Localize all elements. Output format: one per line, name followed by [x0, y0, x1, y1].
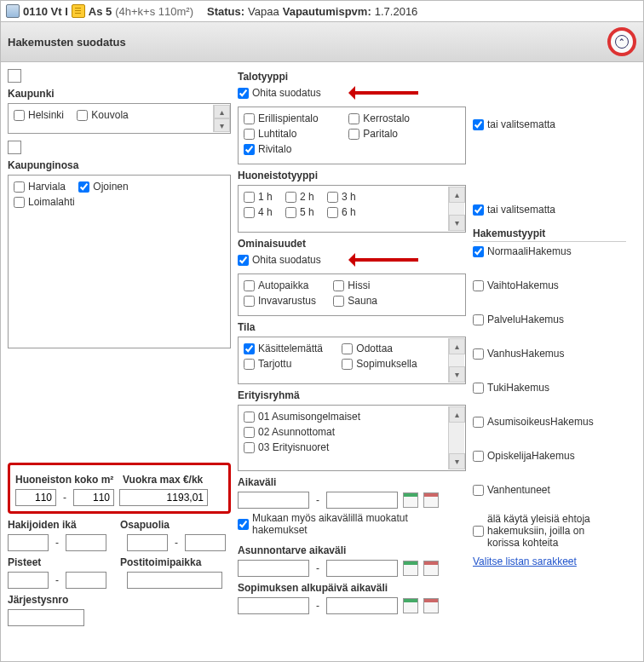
chevron-down-icon[interactable]: ▾ — [449, 453, 465, 469]
sopimus-to-input[interactable] — [326, 597, 398, 614]
calendar-icon[interactable] — [403, 492, 418, 508]
hake-item: TukiHakemus — [473, 382, 616, 394]
chevron-up-icon[interactable]: ▴ — [449, 338, 465, 354]
list-item: Sauna — [333, 295, 377, 307]
list-item: Paritalo — [348, 128, 398, 140]
sopimus-from-input[interactable] — [238, 597, 309, 614]
hake-item: AsumisoikeusHakemus — [473, 416, 616, 428]
printer-icon — [6, 4, 20, 18]
tai-valitsematta-2[interactable]: tai valitsematta — [473, 204, 616, 216]
hakemustyypit-label: Hakemustyypit — [473, 227, 626, 242]
chevron-down-icon[interactable]: ▾ — [214, 118, 230, 132]
size-to-input[interactable] — [73, 489, 114, 506]
asunnontarve-label: Asunnontarve aikaväli — [238, 544, 466, 556]
window-titlebar: 0110 Vt I As 5 (4h+k+s 110m²) Status: Va… — [0, 0, 644, 22]
list-item: 4 h — [244, 206, 273, 218]
kaupunki-item: Kouvola — [77, 109, 128, 121]
points-label: Pisteet — [8, 556, 115, 568]
kaupunki-master-checkbox[interactable] — [8, 69, 21, 83]
column-left: Kaupunki Helsinki Kouvola ▴▾ Kaupunginos… — [8, 69, 231, 626]
erityisryhma-listbox[interactable]: 01 Asumisongelmaiset 02 Asunnottomat 03 … — [238, 405, 466, 471]
scrollbar[interactable]: ▴▾ — [448, 338, 464, 383]
rent-input[interactable] — [119, 489, 208, 506]
list-item: Sopimuksella — [342, 358, 417, 370]
aikavali-to-input[interactable] — [326, 492, 398, 509]
calendar-icon[interactable] — [423, 598, 439, 613]
list-item: 1 h — [244, 191, 273, 203]
order-input[interactable] — [8, 609, 84, 626]
list-item: Invavarustus — [244, 295, 320, 307]
scrollbar[interactable]: ▴▾ — [448, 406, 464, 469]
kaupunginosa-master-checkbox[interactable] — [8, 141, 21, 154]
chevron-up-icon[interactable]: ▴ — [449, 406, 465, 423]
list-item: Erillispientalo — [244, 112, 336, 124]
red-arrow-annotation — [342, 253, 418, 267]
post-input[interactable] — [127, 572, 222, 589]
hake-item: OpiskelijaHakemus — [473, 450, 616, 462]
document-icon — [72, 4, 85, 18]
status-value: Vapaa — [248, 5, 279, 18]
calendar-icon[interactable] — [423, 561, 439, 576]
talotyyppi-listbox[interactable]: Erillispientalo Kerrostalo Luhtitalo Par… — [238, 106, 466, 164]
age-from-input[interactable] — [8, 534, 49, 551]
kaupunki-listbox[interactable]: Helsinki Kouvola ▴▾ — [8, 103, 231, 134]
column-right: tai valitsematta tai valitsematta Hakemu… — [473, 69, 626, 567]
asunnontarve-from-input[interactable] — [238, 560, 309, 577]
asunnontarve-to-input[interactable] — [326, 560, 398, 577]
party-from-input[interactable] — [127, 534, 168, 551]
age-to-input[interactable] — [66, 534, 106, 551]
kaupunginosa-label: Kaupunginosa — [8, 159, 231, 171]
points-from-input[interactable] — [8, 572, 49, 589]
list-item: 02 Asunnottomat — [244, 426, 335, 438]
list-item: Loimalahti — [14, 196, 75, 208]
release-value: 1.7.2016 — [375, 5, 418, 18]
valitse-sarakkeet-link[interactable]: Valitse listan sarakkeet — [473, 556, 626, 567]
chevron-up-icon[interactable]: ▴ — [449, 187, 465, 203]
points-to-input[interactable] — [66, 572, 106, 589]
calendar-icon[interactable] — [403, 561, 418, 576]
calendar-icon[interactable] — [423, 492, 439, 508]
scrollbar[interactable]: ▴▾ — [213, 105, 229, 132]
collapse-button[interactable]: ⌃ — [615, 35, 629, 49]
party-label: Osapuolia — [120, 519, 170, 531]
size-label: Huoneiston koko m² — [15, 474, 118, 486]
ala-kayta-checkbox[interactable]: älä käytä yleisiä ehtoja hakemuksiin, jo… — [473, 513, 616, 549]
ohita-suodatus-ominaisuudet[interactable]: Ohita suodatus — [238, 253, 456, 267]
chevron-down-icon[interactable]: ▾ — [449, 366, 465, 383]
list-item: 03 Erityisnuoret — [244, 441, 329, 453]
hake-item: Vanhentuneet — [473, 484, 616, 496]
list-item: Käsittelemättä — [244, 343, 329, 354]
party-to-input[interactable] — [185, 534, 226, 551]
list-item: Ojoinen — [78, 181, 128, 193]
rent-label: Vuokra max €/kk — [123, 474, 203, 486]
size-from-input[interactable] — [15, 489, 56, 506]
status-label: Status: — [207, 5, 244, 18]
ohita-suodatus-talotyyppi[interactable]: Ohita suodatus — [238, 86, 456, 100]
huoneistotyyppi-listbox[interactable]: 1 h 2 h 3 h 4 h 5 h 6 h ▴▾ — [238, 185, 466, 233]
red-arrow-annotation — [342, 86, 418, 100]
as-label: As 5 — [89, 5, 112, 18]
kaupunginosa-listbox[interactable]: Harviala Ojoinen Loimalahti — [8, 175, 231, 348]
huoneistotyyppi-label: Huoneistotyyppi — [238, 170, 466, 181]
kaupunki-item: Helsinki — [14, 109, 64, 121]
as-meta: (4h+k+s 110m²) — [115, 5, 193, 18]
list-item: Luhtitalo — [244, 128, 336, 140]
chevron-down-icon[interactable]: ▾ — [449, 215, 465, 231]
calendar-icon[interactable] — [403, 598, 418, 613]
erityisryhma-label: Erityisryhmä — [238, 389, 466, 401]
talotyyppi-label: Talotyyppi — [238, 71, 466, 83]
tai-valitsematta-1[interactable]: tai valitsematta — [473, 118, 616, 130]
ominaisuudet-listbox[interactable]: Autopaikka Hissi Invavarustus Sauna — [238, 273, 466, 316]
size-rent-highlight: Huoneiston koko m² Vuokra max €/kk - — [8, 463, 231, 514]
tila-listbox[interactable]: Käsittelemättä Odottaa Tarjottu Sopimuks… — [238, 337, 466, 384]
scrollbar[interactable]: ▴▾ — [448, 187, 464, 231]
list-item: 2 h — [285, 191, 314, 203]
collapse-button-highlight: ⌃ — [607, 27, 636, 56]
list-item: Hissi — [333, 279, 370, 291]
list-item: Autopaikka — [244, 279, 320, 291]
aikavali-from-input[interactable] — [238, 492, 309, 509]
column-middle: Talotyyppi Ohita suodatus Erillispiental… — [238, 69, 466, 614]
mukaan-checkbox[interactable]: Mukaan myös aikavälillä muokatut hakemuk… — [238, 512, 451, 536]
release-label: Vapautumispvm: — [283, 5, 371, 18]
chevron-up-icon[interactable]: ▴ — [214, 105, 230, 118]
